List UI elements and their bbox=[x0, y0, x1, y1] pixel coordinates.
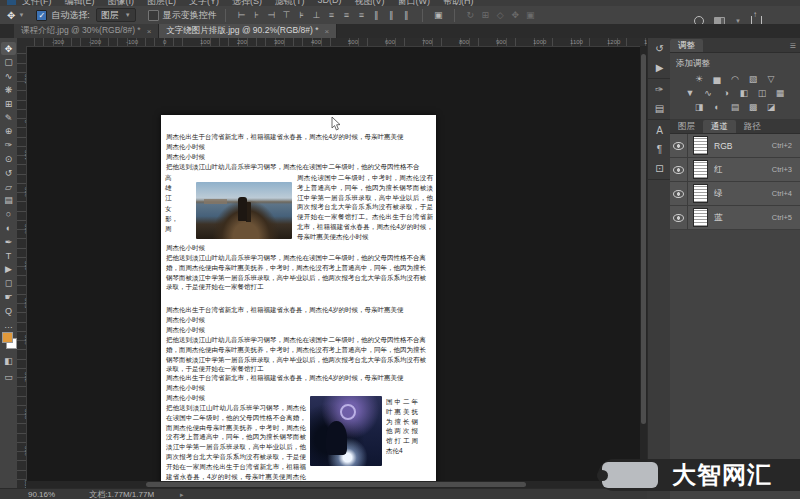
adjustment-icon[interactable]: ▽ bbox=[765, 73, 778, 85]
document-tab-inactive[interactable]: 课程介绍.jpg @ 30%(RGB/8#) * × bbox=[14, 24, 159, 38]
blur-tool[interactable]: ○ bbox=[1, 208, 16, 221]
RGB[interactable]: RGB Ctrl+2 bbox=[670, 134, 800, 158]
crop-tool[interactable]: ⊞ bbox=[1, 97, 16, 110]
dock-group: ↺▶ bbox=[648, 38, 671, 79]
ruler-label: -100 bbox=[126, 39, 138, 45]
adjustment-icon[interactable]: ▧ bbox=[747, 73, 760, 85]
adjustments-grid: ☀▅◠▧▽▼∿◑◧◫▦◨◐▤▩◪ bbox=[676, 73, 794, 113]
adjustment-icon[interactable]: ▅ bbox=[711, 73, 724, 85]
document-page[interactable]: 周杰伦出生于台湾省新北市，祖籍福建省永春县，周杰伦4岁的时候，母亲叶惠美便周杰伦… bbox=[161, 115, 436, 487]
actions-panel-icon[interactable]: ▶ bbox=[652, 61, 667, 74]
dock-group: ✑▤ bbox=[648, 79, 671, 120]
visibility-eye-icon[interactable] bbox=[673, 142, 684, 150]
visibility-eye-icon[interactable] bbox=[673, 190, 684, 198]
quick-selection-tool[interactable]: ❋ bbox=[1, 83, 16, 96]
adjustment-icon[interactable]: ◐ bbox=[711, 101, 724, 113]
visibility-eye-icon[interactable] bbox=[673, 214, 684, 222]
tab-channels[interactable]: 通道 bbox=[703, 120, 736, 133]
history-brush-tool[interactable]: ↺ bbox=[1, 166, 16, 179]
distribute-vertical-centers-icon[interactable]: ≡ bbox=[339, 10, 354, 20]
clone-stamp-tool[interactable]: ⊙ bbox=[1, 152, 16, 165]
distribute-right-edges-icon[interactable]: ∥ bbox=[399, 10, 414, 20]
type-tool[interactable]: T bbox=[1, 249, 16, 262]
adjustment-icon[interactable]: ◫ bbox=[756, 87, 769, 99]
path-selection-tool[interactable]: ▶ bbox=[1, 263, 16, 276]
lasso-tool[interactable]: ∿ bbox=[1, 70, 16, 83]
adjustments-subtitle: 添加调整 bbox=[676, 58, 794, 70]
align-vertical-centers-icon[interactable]: ⊧ bbox=[294, 10, 309, 20]
close-icon[interactable]: × bbox=[325, 27, 330, 36]
auto-select-checkbox[interactable]: ✓ bbox=[36, 10, 47, 21]
channel-shortcut: Ctrl+5 bbox=[772, 213, 792, 222]
watermark-banner: 大智网汇 bbox=[598, 459, 800, 491]
ruler-label: 1100 bbox=[570, 39, 583, 45]
ruler-label: 800 bbox=[459, 39, 469, 45]
marquee-tool[interactable]: ▢ bbox=[1, 56, 16, 69]
hand-tool[interactable]: ☛ bbox=[1, 290, 16, 303]
tab-layers[interactable]: 图层 bbox=[670, 120, 703, 133]
dodge-tool[interactable]: ◐ bbox=[1, 221, 16, 234]
vertical-ruler[interactable]: -10001002003004005006007008009001000 bbox=[17, 46, 27, 488]
foreground-color-swatch[interactable] bbox=[2, 332, 13, 343]
show-transform-checkbox[interactable] bbox=[148, 10, 159, 21]
scrollbar-thumb[interactable] bbox=[641, 54, 646, 424]
align-bottom-edges-icon[interactable]: ⊥ bbox=[309, 10, 324, 20]
move-tool[interactable]: ✥ bbox=[1, 42, 16, 55]
zoom-tool[interactable]: Q bbox=[1, 304, 16, 317]
align-top-edges-icon[interactable]: ⊤ bbox=[279, 10, 294, 20]
gradient-tool[interactable]: ▤ bbox=[1, 194, 16, 207]
tab-adjustments[interactable]: 调整 bbox=[670, 39, 703, 52]
status-options-arrow[interactable]: ▸ bbox=[180, 491, 184, 499]
绿[interactable]: 绿 Ctrl+4 bbox=[670, 182, 800, 206]
close-icon[interactable]: × bbox=[147, 27, 152, 36]
红[interactable]: 红 Ctrl+3 bbox=[670, 158, 800, 182]
distribute-bottom-edges-icon[interactable]: ≡ bbox=[354, 10, 369, 20]
adjustment-icon[interactable]: ◑ bbox=[720, 87, 733, 99]
align-left-edges-icon[interactable]: ⊢ bbox=[234, 10, 249, 20]
distribute-left-edges-icon[interactable]: ∥ bbox=[369, 10, 384, 20]
paragraph-panel-icon[interactable]: ¶ bbox=[652, 143, 667, 156]
distribute-horizontal-centers-icon[interactable]: ∥ bbox=[384, 10, 399, 20]
auto-align-layers-icon[interactable]: ▣ bbox=[431, 10, 446, 20]
adjustment-icon[interactable]: ☀ bbox=[693, 73, 706, 85]
brush-tool[interactable]: ✑ bbox=[1, 139, 16, 152]
adjustment-icon[interactable]: ◪ bbox=[765, 101, 778, 113]
clone-source-panel-icon[interactable]: ⊡ bbox=[652, 162, 667, 175]
shape-tool[interactable]: ◻ bbox=[1, 277, 16, 290]
tab-paths[interactable]: 路径 bbox=[736, 120, 769, 133]
screen-mode-button[interactable]: ▭ bbox=[1, 370, 16, 383]
brush-panel-icon[interactable]: ✑ bbox=[652, 83, 667, 96]
distribute-top-edges-icon[interactable]: ≡ bbox=[324, 10, 339, 20]
adjustment-icon[interactable]: ▩ bbox=[747, 101, 760, 113]
pen-tool[interactable]: ✒ bbox=[1, 235, 16, 248]
adjustment-icon[interactable]: ▤ bbox=[729, 101, 742, 113]
adjustment-icon[interactable]: ◨ bbox=[693, 101, 706, 113]
eraser-tool[interactable]: ▱ bbox=[1, 180, 16, 193]
adjustment-icon[interactable]: ∿ bbox=[702, 87, 715, 99]
zoom-level-field[interactable]: 90.16% bbox=[28, 490, 55, 499]
adjustment-icon[interactable]: ▼ bbox=[684, 87, 697, 99]
character-panel-icon[interactable]: A bbox=[652, 124, 667, 137]
adjustment-icon[interactable]: ◧ bbox=[738, 87, 751, 99]
edit-toolbar-button[interactable]: … bbox=[1, 318, 16, 331]
history-panel-icon[interactable]: ↺ bbox=[652, 42, 667, 55]
auto-select-dropdown[interactable]: 图层 ▼ bbox=[96, 8, 136, 22]
visibility-eye-icon[interactable] bbox=[673, 166, 684, 174]
scrollbar-thumb[interactable] bbox=[146, 482, 526, 487]
horizontal-ruler[interactable]: -300-200-1000100200300400500600700800900… bbox=[26, 38, 647, 47]
adjustment-icon[interactable]: ▦ bbox=[774, 87, 787, 99]
align-right-edges-icon[interactable]: ⊣ bbox=[264, 10, 279, 20]
tool-preset-caret-icon[interactable]: ▼ bbox=[18, 12, 24, 18]
healing-brush-tool[interactable]: ⊕ bbox=[1, 125, 16, 138]
align-horizontal-centers-icon[interactable]: ⊦ bbox=[249, 10, 264, 20]
panel-menu-icon[interactable]: ☰ bbox=[790, 42, 796, 50]
horizontal-scrollbar[interactable] bbox=[26, 481, 640, 488]
蓝[interactable]: 蓝 Ctrl+5 bbox=[670, 206, 800, 230]
document-tab-active[interactable]: 文字绕图片排版.jpg @ 90.2%(RGB/8#) * × bbox=[159, 24, 337, 38]
right-panel: 调整 ☰ 添加调整 ☀▅◠▧▽▼∿◑◧◫▦◨◐▤▩◪ 图层通道路径 RGB Ct… bbox=[670, 38, 800, 499]
brush-presets-panel-icon[interactable]: ▤ bbox=[652, 102, 667, 115]
vertical-scrollbar[interactable] bbox=[640, 46, 647, 481]
quick-mask-button[interactable]: ◧ bbox=[1, 354, 16, 367]
adjustment-icon[interactable]: ◠ bbox=[729, 73, 742, 85]
eyedropper-tool[interactable]: ✎ bbox=[1, 111, 16, 124]
